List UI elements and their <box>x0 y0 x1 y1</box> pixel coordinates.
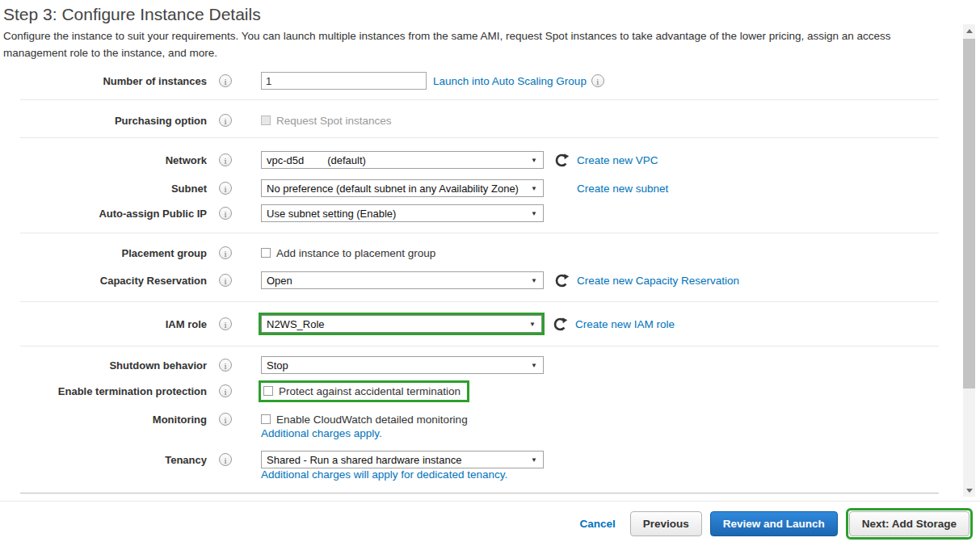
row-shutdown-behavior: Shutdown behavior i Stop ▼ <box>0 355 544 375</box>
auto-assign-public-ip-select[interactable]: Use subnet setting (Enable) ▼ <box>261 204 544 222</box>
protect-against-accidental-termination-checkbox[interactable] <box>263 386 273 396</box>
scrollbar-thumb[interactable] <box>963 39 975 388</box>
divider <box>20 233 939 233</box>
iam-role-select-value: N2WS_Role <box>262 318 526 330</box>
subnet-select-value: No preference (default subnet in any Ava… <box>262 183 528 195</box>
info-icon[interactable]: i <box>219 182 232 195</box>
page-title: Step 3: Configure Instance Details <box>3 5 261 24</box>
chevron-down-icon: ▼ <box>528 456 543 464</box>
row-monitoring: Monitoring i Enable CloudWatch detailed … <box>0 410 468 429</box>
info-icon[interactable]: i <box>219 453 232 466</box>
create-new-subnet-link[interactable]: Create new subnet <box>577 183 668 195</box>
info-icon[interactable]: i <box>219 413 232 426</box>
iam-role-highlight-box: N2WS_Role ▼ <box>259 313 545 335</box>
add-instance-to-placement-group-checkbox[interactable] <box>261 248 271 258</box>
row-purchasing-option: Purchasing option i Request Spot instanc… <box>0 111 392 130</box>
enable-cloudwatch-detailed-monitoring-label: Enable CloudWatch detailed monitoring <box>276 414 468 426</box>
refresh-icon[interactable] <box>554 153 570 168</box>
shutdown-behavior-select-value: Stop <box>262 359 528 372</box>
info-icon[interactable]: i <box>219 359 232 372</box>
row-tenancy: Tenancy i Shared - Run a shared hardware… <box>0 450 544 469</box>
enable-termination-protection-label: Enable termination protection <box>0 385 207 397</box>
network-select-value: vpc-d5d (default) <box>262 154 528 166</box>
chevron-down-icon: ▼ <box>528 362 543 369</box>
review-and-launch-button[interactable]: Review and Launch <box>710 511 838 536</box>
info-icon[interactable]: i <box>219 246 232 259</box>
iam-role-label: IAM role <box>0 318 207 330</box>
info-icon[interactable]: i <box>219 207 232 220</box>
row-iam-role: IAM role i N2WS_Role ▼ Create new IAM ro… <box>0 313 675 335</box>
row-enable-termination-protection: Enable termination protection i Protect … <box>0 380 469 402</box>
row-auto-assign-public-ip: Auto-assign Public IP i Use subnet setti… <box>0 204 544 223</box>
refresh-icon[interactable] <box>554 273 570 288</box>
add-instance-to-placement-group-label: Add instance to placement group <box>276 247 435 259</box>
info-icon[interactable]: i <box>219 114 232 127</box>
number-of-instances-input[interactable] <box>261 72 427 90</box>
auto-assign-public-ip-select-value: Use subnet setting (Enable) <box>262 208 528 220</box>
capacity-reservation-label: Capacity Reservation <box>0 275 207 287</box>
cancel-link[interactable]: Cancel <box>579 518 615 530</box>
launch-into-auto-scaling-group-link[interactable]: Launch into Auto Scaling Group <box>433 75 587 87</box>
subnet-select[interactable]: No preference (default subnet in any Ava… <box>261 179 544 197</box>
row-number-of-instances: Number of instances i Launch into Auto S… <box>0 71 604 90</box>
next-add-storage-button[interactable]: Next: Add Storage <box>849 511 969 536</box>
iam-role-select[interactable]: N2WS_Role ▼ <box>261 315 542 333</box>
configure-instance-details-page: Step 3: Configure Instance Details Confi… <box>0 0 980 546</box>
refresh-icon[interactable] <box>553 317 568 332</box>
scroll-down-icon <box>966 489 973 493</box>
network-label: Network <box>0 154 207 166</box>
divider <box>20 301 939 302</box>
tenancy-select[interactable]: Shared - Run a shared hardware instance … <box>261 451 544 468</box>
info-icon[interactable]: i <box>219 274 232 287</box>
footer-bar: Cancel Previous Review and Launch Next: … <box>0 501 980 546</box>
request-spot-instances-label: Request Spot instances <box>276 115 392 127</box>
monitoring-charges-note: Additional charges apply. <box>261 427 382 439</box>
chevron-down-icon: ▼ <box>528 157 543 164</box>
row-placement-group: Placement group i Add instance to placem… <box>0 243 435 262</box>
create-new-capacity-reservation-link[interactable]: Create new Capacity Reservation <box>577 275 739 287</box>
request-spot-instances-checkbox <box>261 116 271 125</box>
row-subnet: Subnet i No preference (default subnet i… <box>0 178 668 198</box>
protect-against-accidental-termination-label: Protect against accidental termination <box>279 385 461 397</box>
number-of-instances-label: Number of instances <box>0 75 207 87</box>
scroll-down-button[interactable] <box>963 484 975 497</box>
create-new-vpc-link[interactable]: Create new VPC <box>577 154 658 166</box>
create-new-iam-role-link[interactable]: Create new IAM role <box>575 318 675 330</box>
info-icon[interactable]: i <box>591 74 604 87</box>
tenancy-charges-note: Additional charges will apply for dedica… <box>261 468 507 481</box>
vertical-scrollbar[interactable] <box>963 24 975 497</box>
capacity-reservation-select-value: Open <box>262 275 528 287</box>
shutdown-behavior-label: Shutdown behavior <box>0 359 207 372</box>
info-icon[interactable]: i <box>219 153 232 166</box>
page-description: Configure the instance to suit your requ… <box>3 27 932 61</box>
tenancy-label: Tenancy <box>0 454 207 466</box>
enable-cloudwatch-detailed-monitoring-checkbox[interactable] <box>261 414 271 424</box>
shutdown-behavior-select[interactable]: Stop ▼ <box>261 356 544 374</box>
subnet-label: Subnet <box>0 183 207 195</box>
chevron-down-icon: ▼ <box>528 185 543 192</box>
divider <box>20 99 939 100</box>
info-icon[interactable]: i <box>219 74 232 87</box>
termination-protection-highlight-box: Protect against accidental termination <box>259 380 469 402</box>
capacity-reservation-select[interactable]: Open ▼ <box>261 271 544 289</box>
chevron-down-icon: ▼ <box>526 321 541 328</box>
placement-group-label: Placement group <box>0 247 207 259</box>
chevron-down-icon: ▼ <box>528 277 543 284</box>
divider <box>20 346 939 346</box>
network-select[interactable]: vpc-d5d (default) ▼ <box>261 151 544 169</box>
info-icon[interactable]: i <box>219 317 232 330</box>
auto-assign-public-ip-label: Auto-assign Public IP <box>0 208 207 220</box>
next-button-highlight-box: Next: Add Storage <box>846 508 973 540</box>
scroll-up-button[interactable] <box>963 24 975 37</box>
purchasing-option-label: Purchasing option <box>0 115 207 127</box>
chevron-down-icon: ▼ <box>528 210 543 217</box>
previous-button[interactable]: Previous <box>630 511 702 536</box>
scroll-up-icon <box>966 29 973 33</box>
info-icon[interactable]: i <box>219 384 232 397</box>
monitoring-label: Monitoring <box>0 414 207 426</box>
tenancy-select-value: Shared - Run a shared hardware instance <box>262 454 528 466</box>
content-bottom-divider <box>20 493 939 494</box>
divider <box>20 137 939 138</box>
row-network: Network i vpc-d5d (default) ▼ Create new… <box>0 150 658 170</box>
row-capacity-reservation: Capacity Reservation i Open ▼ Create new… <box>0 271 739 290</box>
